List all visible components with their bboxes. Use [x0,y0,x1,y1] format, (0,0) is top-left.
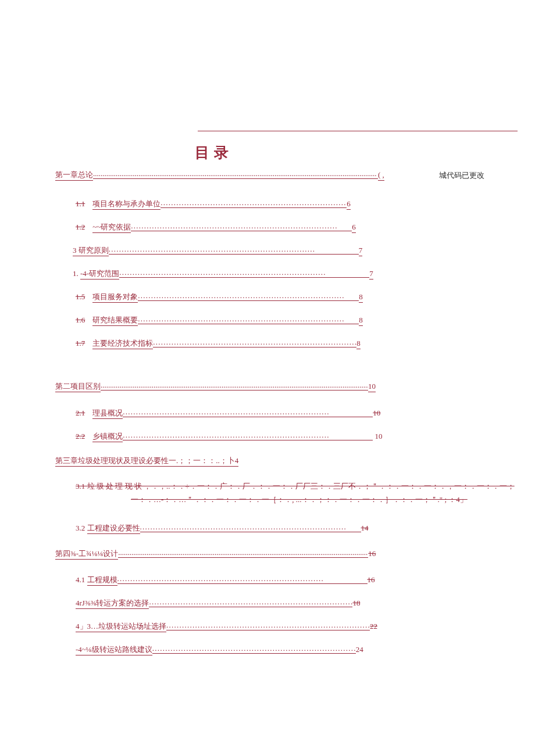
toc-page: 16 [368,549,376,558]
leader-dots [153,338,356,347]
toc-label: 工程建设必要性 [87,524,140,532]
leader-dots [118,549,368,558]
toc-label: 4rJ⅜⅜转运方案的选择 [76,599,149,607]
toc-num: 4.1 [76,575,85,584]
toc-chapter-4: 第四⅜-工¾⅛⅛设计16 [55,549,523,558]
toc-label: -4~⅛级转运站路线建议 [76,645,152,654]
toc-page: 8 [359,292,363,303]
toc-label: 研究原则 [79,246,109,255]
leader-dots [123,408,373,417]
toc-entry-1-5: 1.5 项目服务对象8 [55,292,523,301]
toc-label: 工程规模 [87,575,117,584]
toc-num: 3 [73,246,77,255]
toc-label: 第二项目区别 [55,382,101,390]
toc-label: 第四⅜-工¾⅛⅛设计 [55,549,118,558]
leader-dots [149,598,352,607]
toc-chapter-1: 第一章总论( , [55,170,523,179]
toc-entry-1-7: 1.7 主要经济技术指标8 [55,338,523,347]
toc-num: 2.2 [76,432,91,440]
toc-entry-1-3: 3 研究原则7 [55,245,523,255]
leader-dots [166,621,370,630]
toc-entry-1-2: 1.2 ~~研究依据6 [55,222,523,231]
toc-page: 6 [347,199,351,210]
leader-dots [109,245,359,255]
toc-num: 1.6 [76,316,91,324]
toc-body: 第一章总论( , 1.1 项目名称与承办单位6 1.2 ~~研究依据6 3 研究… [55,170,523,668]
toc-entry-3-2: 3.2 工程建设必要性14 [55,523,523,532]
toc-label: 第三章垃圾处理现状及理设必要性一.；；一：：..；卜4 [55,456,238,467]
toc-suffix: ( , [378,170,384,181]
toc-chapter-3: 第三章垃圾处理现状及理设必要性一.；；一：：..；卜4 [55,457,523,464]
toc-entry-4-4: -4~⅛级转运站路线建议24 [55,644,523,654]
toc-num: 1.7 [76,339,91,347]
toc-num: 1.1 [76,200,91,207]
toc-num: 3.2 [76,524,85,532]
toc-label: 主要经济技术指标 [92,339,153,347]
toc-page: 18 [352,599,360,607]
leader-dots [101,381,368,390]
leader-dots [138,315,359,324]
toc-label: 4」3…垃圾转运站场址选择 [76,622,166,630]
toc-label: -4-研究范围 [80,269,119,278]
toc-label: 项目服务对象 [92,292,138,301]
leader-dots [140,523,361,532]
toc-entry-1-6: 1.6 研究结果概要8 [55,315,523,324]
toc-page: 6 [352,223,356,233]
leader-dots [119,268,369,278]
toc-entry-3-1: 3.1 垃 圾 处 理 现 状 ，．，..：．÷．一：．广：．厂．：．一：．厂厂… [55,479,523,507]
toc-page: 7 [359,246,363,256]
toc-page: 10 [373,409,380,417]
toc-label: 乡镇概况 [92,432,123,440]
leader-dots [93,170,378,179]
toc-entry-1-1: 1.1 项目名称与承办单位6 [55,199,523,208]
toc-page: 16 [368,575,375,584]
toc-num: 1.5 [76,293,91,300]
leader-dots [138,292,359,301]
toc-chapter-2: 第二项目区别10 [55,381,523,390]
toc-entry-2-1: 2.1 理县概况10 [55,408,523,417]
toc-page: 14 [361,524,369,532]
leader-dots [131,222,352,231]
leader-dots [123,431,373,440]
toc-page: 7 [369,269,373,280]
toc-page: 24 [356,645,363,654]
toc-label: 研究结果概要 [92,316,138,324]
toc-page: 8 [359,316,363,326]
leader-dots [152,644,356,654]
toc-label: 项目名称与承办单位 [92,199,160,208]
toc-num: 1. [73,269,79,278]
toc-page: 10 [375,432,383,440]
leader-dots [160,199,347,208]
toc-entry-1-4: 1. -4-研究范围7 [55,268,523,278]
toc-title: 目 录 [195,143,229,162]
toc-num: 2.1 [76,409,91,417]
toc-page: 22 [370,622,377,630]
toc-num: 1.2 [76,223,91,231]
toc-entry-4-1: 4.1 工程规模16 [55,575,523,584]
leader-dots [117,575,368,584]
toc-entry-2-2: 2.2 乡镇概况 10 [55,431,523,440]
toc-text: 3.1 垃 圾 处 理 现 状 ，．，..：．÷．一：．广：．厂．：．一：．厂厂… [76,482,515,504]
toc-page: 10 [368,382,376,392]
toc-label: 第一章总论 [55,170,93,179]
toc-entry-4-3: 4」3…垃圾转运站场址选择22 [55,621,523,630]
toc-page: 8 [356,339,361,349]
toc-entry-4-2: 4rJ⅜⅜转运方案的选择18 [55,598,523,607]
toc-label: ~~研究依据 [92,223,131,231]
header-rule [198,131,518,131]
toc-label: 理县概况 [92,409,123,417]
